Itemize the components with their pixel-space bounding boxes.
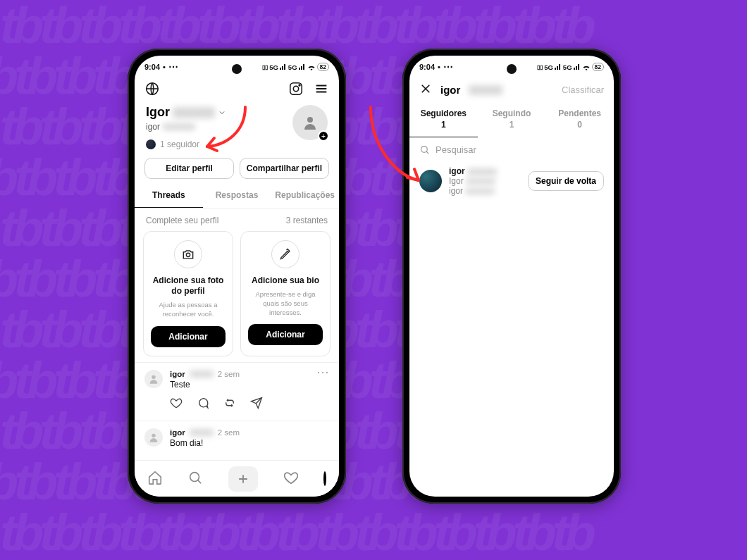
signal-bars-icon-2 <box>299 64 306 70</box>
followers-link[interactable]: 1 seguidor <box>146 139 226 149</box>
post-username: igor <box>170 428 185 437</box>
svg-line-12 <box>198 480 202 483</box>
follower-username: igor <box>449 166 465 176</box>
tab-following-count: 1 <box>479 120 545 130</box>
post-actions <box>135 394 339 421</box>
chevron-down-icon[interactable] <box>218 108 226 117</box>
signal-icon: ▯▯ <box>537 64 543 70</box>
wifi-icon <box>582 64 591 70</box>
instagram-icon[interactable] <box>288 81 304 97</box>
tab-threads[interactable]: Threads <box>135 183 203 208</box>
tab-replies[interactable]: Respostas <box>203 183 271 208</box>
tab-reposts[interactable]: Republicações <box>271 183 339 208</box>
card-bio-sub: Apresente-se e diga quais são seus inter… <box>248 290 323 317</box>
card-photo-button[interactable]: Adicionar <box>151 326 226 347</box>
signal-label: 5G <box>269 63 278 71</box>
battery-level: 82 <box>595 63 601 70</box>
post-time: 2 sem <box>218 428 240 437</box>
status-separator: • <box>438 63 440 71</box>
post-more-icon[interactable]: ⋯ <box>316 370 329 390</box>
tab-pending[interactable]: Pendentes 0 <box>545 104 614 137</box>
status-time: 9:04 <box>419 63 435 71</box>
signal-icon: ▯▯ <box>262 64 268 70</box>
avatar[interactable]: + <box>292 105 328 140</box>
post-time: 2 sem <box>218 370 240 378</box>
phone-left-screen: 9:04 • ⋯ ▯▯ 5G 5G 82 <box>135 56 339 497</box>
tab-followers-count: 1 <box>411 120 476 130</box>
profile-username: igor <box>146 122 160 132</box>
post-text: Teste <box>170 380 309 390</box>
post-item[interactable]: igor 2 sem Bom dia! <box>135 421 339 452</box>
profile-tabs: Threads Respostas Republicações <box>135 183 339 209</box>
camera-icon <box>181 247 195 261</box>
svg-point-2 <box>293 86 298 91</box>
complete-profile-remaining: 3 restantes <box>286 216 328 225</box>
post-username: igor <box>170 370 185 378</box>
tab-following-label: Seguindo <box>493 108 531 118</box>
follower-displayname-redacted <box>466 178 495 185</box>
status-separator: • <box>163 63 166 71</box>
follower-row[interactable]: igor Igor igor Seguir de volta <box>409 159 614 203</box>
share-profile-button[interactable]: Compartilhar perfil <box>240 158 329 179</box>
header-username-redacted <box>469 85 502 95</box>
activity-icon[interactable] <box>283 470 299 488</box>
edit-profile-button[interactable]: Editar perfil <box>144 158 234 179</box>
battery-level: 82 <box>320 63 326 70</box>
card-add-bio: Adicione sua bio Apresente-se e diga qua… <box>240 231 331 356</box>
sort-button[interactable]: Classificar <box>562 85 604 95</box>
search-input[interactable]: Pesquisar <box>419 144 604 155</box>
phone-right-frame: 9:04 • ⋯ ▯▯ 5G 5G 82 igor Classificar <box>402 49 621 504</box>
tab-followers[interactable]: Seguidores 1 <box>409 104 478 137</box>
search-nav-icon[interactable] <box>187 470 203 488</box>
followers-tabs: Seguidores 1 Seguindo 1 Pendentes 0 <box>409 104 614 137</box>
followers-text: 1 seguidor <box>160 139 199 149</box>
signal-bars-icon-2 <box>574 64 581 70</box>
compose-button[interactable] <box>228 466 258 492</box>
post-avatar <box>144 370 163 388</box>
signal-bars-icon <box>280 64 287 70</box>
svg-point-17 <box>421 147 428 153</box>
tab-followers-label: Seguidores <box>421 108 467 118</box>
svg-point-11 <box>190 472 199 481</box>
bottom-nav <box>135 460 339 497</box>
follower-displayname: Igor <box>449 176 464 186</box>
post-username-redacted <box>190 429 214 436</box>
card-bio-button[interactable]: Adicionar <box>248 324 323 345</box>
follower-avatar-chip <box>146 139 156 149</box>
follower-handle-redacted <box>465 188 495 194</box>
share-icon[interactable] <box>250 397 263 412</box>
post-avatar <box>144 428 163 447</box>
svg-point-10 <box>152 433 155 437</box>
background-watermark: tbtbtbtbtbtbtbtbtbtbtbtbtbtbtb tbtbtbtbt… <box>0 0 747 560</box>
svg-point-7 <box>307 117 313 123</box>
phone-left-frame: 9:04 • ⋯ ▯▯ 5G 5G 82 <box>128 49 346 504</box>
add-avatar-badge: + <box>318 130 329 142</box>
home-icon[interactable] <box>147 470 163 488</box>
complete-profile-label: Complete seu perfil <box>146 216 218 225</box>
follower-username-redacted <box>467 168 497 175</box>
comment-icon[interactable] <box>197 397 209 412</box>
svg-point-3 <box>299 85 300 86</box>
card-photo-title: Adicione sua foto do perfil <box>151 275 226 297</box>
hamburger-menu-icon[interactable] <box>314 81 329 97</box>
search-placeholder: Pesquisar <box>436 144 476 155</box>
card-bio-title: Adicione sua bio <box>252 275 319 286</box>
profile-tab-icon[interactable] <box>323 473 326 485</box>
svg-point-9 <box>152 375 155 378</box>
wifi-icon <box>307 64 316 70</box>
globe-icon[interactable] <box>144 81 160 97</box>
tab-following[interactable]: Seguindo 1 <box>478 104 546 137</box>
signal-bars-icon <box>555 64 562 70</box>
like-icon[interactable] <box>170 397 183 412</box>
username-redacted <box>163 123 195 130</box>
top-bar <box>135 75 339 102</box>
close-icon[interactable] <box>419 82 432 97</box>
post-username-redacted <box>190 371 214 378</box>
search-icon <box>419 144 430 155</box>
status-more-icon: ⋯ <box>168 64 179 70</box>
follow-back-button[interactable]: Seguir de volta <box>528 171 604 191</box>
repost-icon[interactable] <box>223 397 236 412</box>
post-item[interactable]: igor 2 sem Teste ⋯ <box>135 363 339 394</box>
camera-hole <box>232 64 242 74</box>
name-redacted <box>173 107 215 118</box>
